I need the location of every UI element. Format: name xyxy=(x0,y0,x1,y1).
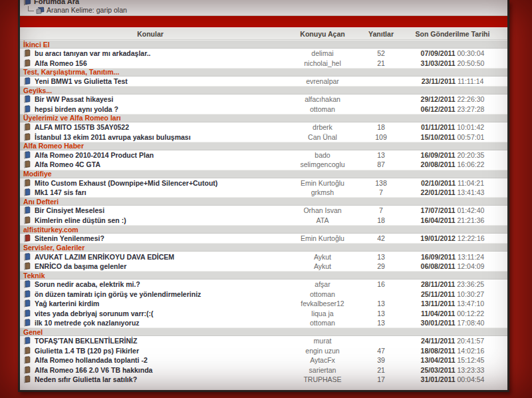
topic-last-post-date: 06/08/2011 xyxy=(421,262,456,270)
topic-title-link[interactable]: İstanbul 13 ekim 2011 avrupa yakası bulu… xyxy=(35,133,191,141)
topic-reply-count: 109 xyxy=(364,133,398,141)
book-icon xyxy=(23,133,31,141)
topic-last-post-time: 00:12:22 xyxy=(457,309,484,317)
topic-opener: fevkalbeser12 xyxy=(281,299,364,307)
topic-title-link[interactable]: ENRİCO da başıma gelenler xyxy=(35,262,126,270)
topic-opener: Aykut xyxy=(281,253,364,261)
topic-reply-count: 7 xyxy=(364,206,398,214)
topic-row: İstanbul 13 ekim 2011 avrupa yakası bulu… xyxy=(20,132,507,141)
topic-row: bu aracı tanıyan var mı arkadaşlar.. del… xyxy=(20,49,507,58)
topic-row: Giulietta 1.4 TB (120 ps) Fikirler engin… xyxy=(20,346,507,355)
topic-row: Alfa Romeo 4C GTA selimgencoglu 87 20/08… xyxy=(20,160,507,169)
topic-last-post-time: 13:11:24 xyxy=(458,253,484,261)
category-label[interactable]: Genel xyxy=(23,328,43,336)
topic-last-post-time: 11:11:14 xyxy=(458,77,483,85)
topic-last-post-time: 13:41:43 xyxy=(458,188,485,196)
topic-opener: bado xyxy=(281,151,364,159)
topic-title-link[interactable]: vites yada debriyaj sorunum varr:(:( xyxy=(35,309,154,317)
book-icon xyxy=(23,290,31,298)
topic-row: AVUKAT LAZIM ENRİKOYU DAVA EDİCEM Aykut … xyxy=(20,252,507,261)
topic-last-post-date: 20/08/2011 xyxy=(421,160,456,168)
topic-last-post-time: 14:02:16 xyxy=(458,347,485,355)
topic-row: Neden sıfır Giulietta lar satılık? TRUPH… xyxy=(20,375,507,384)
search-term-icon xyxy=(36,7,45,14)
category-row: Genel xyxy=(20,327,507,336)
topic-last-post-date: 11/04/2011 xyxy=(421,309,455,317)
column-header-topics: Konular xyxy=(20,30,281,38)
category-label[interactable]: Servisler, Galeriler xyxy=(23,244,84,252)
topic-row: Sitenin Yenilenmesi? Emin Kurtoğlu 42 19… xyxy=(20,234,507,243)
category-label[interactable]: Üyelerimiz ve Alfa Romeo ları xyxy=(23,114,121,122)
category-label[interactable]: İkinci El xyxy=(23,41,50,49)
topic-title-link[interactable]: Bir Cinsiyet Meselesi xyxy=(35,206,104,214)
topic-title-link[interactable]: Sorun nedir acaba, elektrik mi.? xyxy=(35,280,140,288)
topic-row: Mito Custom Exhaust (Downpipe+Mid Silenc… xyxy=(20,178,507,188)
topic-row: Yağ karterini kirdim fevkalbeser12 13 13… xyxy=(20,299,507,308)
topic-title-link[interactable]: Giulietta 1.4 TB (120 ps) Fikirler xyxy=(35,347,139,355)
book-icon xyxy=(23,151,31,159)
topic-title-link[interactable]: Yeni BMW1 vs Giulietta Test xyxy=(35,77,128,85)
topic-row: Alfa Romeo 2010-2014 Product Plan bado 1… xyxy=(20,150,507,160)
topic-opener: TRUPHASE xyxy=(281,375,364,383)
topic-title-link[interactable]: Mk1 147 sis farı xyxy=(35,188,86,196)
topic-reply-count: 13 xyxy=(364,299,398,307)
topic-reply-count: 42 xyxy=(364,234,398,242)
topic-last-post-date: 16/04/2011 xyxy=(421,216,456,224)
category-label[interactable]: Alfa Romeo Haber xyxy=(23,142,84,150)
topic-title-link[interactable]: Alfa Romeo 156 xyxy=(35,59,87,67)
topic-last-post-date: 07/09/2011 xyxy=(421,49,456,57)
search-title[interactable]: Forumda Ara xyxy=(34,0,79,5)
topic-last-post-date: 19/01/2012 xyxy=(420,234,456,242)
topic-opener: delimai xyxy=(281,49,364,57)
topic-title-link[interactable]: Kimlerin eline düştün sen :) xyxy=(35,216,126,224)
topic-last-post-time: 23:27:28 xyxy=(458,105,485,113)
topic-title-link[interactable]: ilk 10 metrede çok nazlanıyoruz xyxy=(35,319,140,327)
topic-last-post-date: 13/04/2011 xyxy=(421,356,456,364)
topic-last-post-date: 28/11/2011 xyxy=(421,280,455,288)
topic-title-link[interactable]: Alfa Romeo 2010-2014 Product Plan xyxy=(35,151,154,159)
topic-title-link[interactable]: Bir WW Passat hikayesi xyxy=(35,95,113,103)
topic-last-post-time: 00:04:54 xyxy=(458,375,485,383)
topic-title-link[interactable]: Mito Custom Exhaust (Downpipe+Mid Silenc… xyxy=(35,179,217,187)
category-label[interactable]: Teknik xyxy=(23,272,45,280)
topic-opener: afşar xyxy=(281,280,364,288)
topic-title-link[interactable]: Alfa Romeo 166 2.0 V6 TB hakkında xyxy=(35,366,152,374)
topic-title-link[interactable]: Alfa Romeo hollandada toplanti -2 xyxy=(35,356,148,364)
column-header-opener: Konuyu Açan xyxy=(281,30,364,38)
book-icon xyxy=(23,49,31,57)
category-label[interactable]: Anı Defteri xyxy=(23,198,59,206)
topic-title-link[interactable]: AVUKAT LAZIM ENRİKOYU DAVA EDİCEM xyxy=(35,253,174,261)
category-row: Modifiye xyxy=(20,170,507,178)
topic-opener: engin uzun xyxy=(281,347,364,355)
topic-reply-count: 87 xyxy=(364,160,398,168)
topic-opener: AytacFx xyxy=(281,356,364,364)
topic-title-link[interactable]: ön düzen tamiratı için görüş ve yönlendi… xyxy=(35,290,201,298)
topic-title-link[interactable]: bu aracı tanıyan var mı arkadaşlar.. xyxy=(35,49,151,57)
topic-last-post-time: 13:23:33 xyxy=(458,366,485,374)
topic-title-link[interactable]: hepsi birden aynı yolda ? xyxy=(35,105,118,113)
book-icon xyxy=(23,160,31,168)
category-label[interactable]: Test, Karşılaştırma, Tanıtım... xyxy=(23,68,119,76)
topic-title-link[interactable]: TOFAŞ'TAN BEKLENTİLERİNİZ xyxy=(35,337,137,345)
topic-last-post-time: 15:12:45 xyxy=(458,356,485,364)
topic-title-link[interactable]: Alfa Romeo 4C GTA xyxy=(35,160,100,168)
book-icon xyxy=(23,206,31,214)
forum-search-results-panel: Forumda Ara Aranan Kelime: garip olan Ko… xyxy=(18,0,509,392)
topic-reply-count: 21 xyxy=(364,366,398,374)
topic-opener: Orhan Isvan xyxy=(281,206,364,214)
topic-title-link[interactable]: Sitenin Yenilenmesi? xyxy=(35,234,104,242)
category-label[interactable]: alfistiturkey.com xyxy=(23,226,78,234)
category-row: Üyelerimiz ve Alfa Romeo ları xyxy=(20,114,507,122)
topic-reply-count: 18 xyxy=(364,216,398,224)
forum-table-body: İkinci El bu aracı tanıyan var mı arkada… xyxy=(20,40,507,384)
topic-title-link[interactable]: ALFA MITO 155TB 35AY0522 xyxy=(35,123,129,131)
category-label[interactable]: Modifiye xyxy=(23,170,52,178)
topic-opener: Can Ünal xyxy=(281,133,364,141)
topic-last-post-time: 00:30:04 xyxy=(458,49,485,57)
book-icon xyxy=(23,77,31,85)
topic-title-link[interactable]: Neden sıfır Giulietta lar satılık? xyxy=(35,375,137,383)
topic-last-post-time: 21:21:36 xyxy=(458,216,485,224)
topic-last-post-date: 01/11/2011 xyxy=(421,123,455,131)
category-label[interactable]: Geyiks... xyxy=(23,87,52,95)
topic-title-link[interactable]: Yağ karterini kirdim xyxy=(35,299,99,307)
